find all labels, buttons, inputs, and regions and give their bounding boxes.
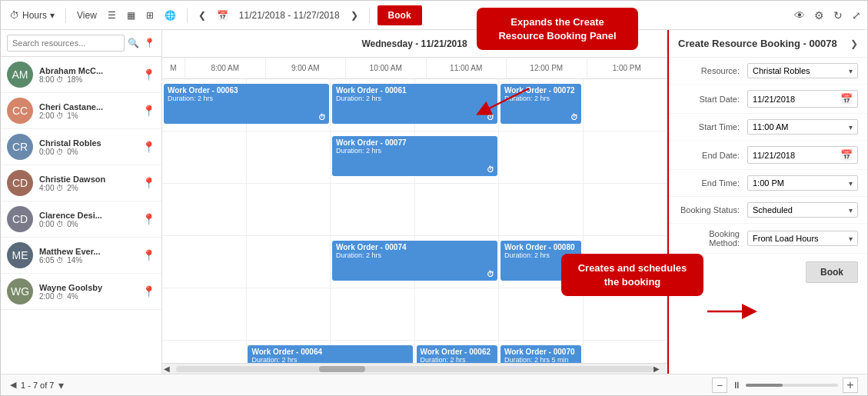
start-date-input[interactable]: 11/21/2018 📅 bbox=[747, 90, 858, 108]
calendar-cell[interactable] bbox=[247, 236, 331, 288]
settings-icon[interactable]: ⚙ bbox=[814, 9, 824, 22]
time-slot-header: 10:00 AM bbox=[346, 58, 427, 78]
resource-pin-icon[interactable]: 📍 bbox=[142, 105, 155, 117]
horizontal-scrollbar[interactable]: ◀ ▶ bbox=[162, 363, 667, 374]
list-item[interactable]: ME Matthew Ever... 6:05 ⏱ 14% 📍 bbox=[1, 238, 161, 274]
resource-time: 2:00 ⏱ bbox=[39, 111, 64, 120]
end-date-input[interactable]: 11/21/2018 📅 bbox=[747, 146, 858, 164]
resource-pct: 0% bbox=[67, 220, 78, 228]
work-order-block[interactable]: Work Order - 00062 Duration: 2 hrs ⏱ bbox=[417, 345, 497, 363]
list-item[interactable]: CD Christie Dawson 4:00 ⏱ 2% 📍 bbox=[1, 165, 161, 201]
expand-icon[interactable]: ⤢ bbox=[852, 9, 861, 22]
nav-calendar-btn[interactable]: 📅 bbox=[214, 8, 231, 22]
work-order-block[interactable]: Work Order - 00063 Duration: 2 hrs ⏱ bbox=[164, 84, 329, 124]
calendar-cell[interactable] bbox=[415, 184, 500, 235]
calendar-cell[interactable] bbox=[584, 288, 668, 340]
scroll-thumb[interactable] bbox=[319, 366, 365, 372]
resource-pin-icon[interactable]: 📍 bbox=[142, 285, 155, 298]
end-time-select[interactable]: 1:00 PM ▾ bbox=[747, 175, 858, 191]
calendar-cell[interactable] bbox=[415, 288, 500, 340]
list-item[interactable]: AM Abraham McC... 8:00 ⏱ 18% 📍 bbox=[1, 57, 161, 93]
zoom-out-btn[interactable]: − bbox=[712, 378, 727, 393]
calendar-cell[interactable] bbox=[162, 341, 247, 363]
list-item[interactable]: CR Christal Robles 0:00 ⏱ 0% 📍 bbox=[1, 129, 161, 165]
page-next-arrow[interactable]: ▾ bbox=[58, 379, 64, 391]
calendar-cell[interactable] bbox=[499, 184, 584, 235]
pause-icon[interactable]: ⏸ bbox=[732, 380, 741, 391]
booking-method-row: Booking Method: Front Load Hours ▾ bbox=[669, 224, 867, 254]
resource-meta: 4:00 ⏱ 2% bbox=[39, 184, 136, 192]
calendar-cell[interactable] bbox=[162, 236, 247, 288]
calendar-cell[interactable] bbox=[499, 288, 584, 340]
calendar-cell[interactable] bbox=[162, 184, 247, 235]
calendar-cell[interactable] bbox=[499, 131, 584, 183]
resource-pin-icon[interactable]: 📍 bbox=[142, 68, 155, 81]
time-headers: M8:00 AM9:00 AM10:00 AM11:00 AM12:00 PM1… bbox=[162, 58, 667, 79]
booking-method-select[interactable]: Front Load Hours ▾ bbox=[747, 231, 858, 246]
nav-prev-btn[interactable]: ❮ bbox=[195, 8, 209, 22]
work-order-block[interactable]: Work Order - 00080 Duration: 2 hrs ⏱ bbox=[501, 241, 581, 281]
panel-expand-chevron[interactable]: ❯ bbox=[850, 38, 858, 49]
resource-pin-icon[interactable]: 📍 bbox=[142, 249, 155, 261]
calendar-row bbox=[162, 184, 667, 236]
search-icon[interactable]: 🔍 bbox=[128, 38, 139, 48]
nav-next-btn[interactable]: ❯ bbox=[348, 8, 361, 22]
zoom-in-btn[interactable]: + bbox=[843, 378, 858, 393]
work-order-clock-icon: ⏱ bbox=[570, 113, 578, 121]
work-order-block[interactable]: Work Order - 00077 Duration: 2 hrs ⏱ bbox=[332, 136, 497, 176]
view-grid-btn[interactable]: ⊞ bbox=[143, 8, 157, 22]
scroll-right-btn[interactable]: ▶ bbox=[653, 364, 666, 373]
start-time-select[interactable]: 11:00 AM ▾ bbox=[747, 119, 858, 135]
panel-book-button[interactable]: Book bbox=[806, 261, 858, 283]
list-item[interactable]: WG Wayne Goolsby 2:00 ⏱ 4% 📍 bbox=[1, 274, 161, 310]
work-order-clock-icon: ⏱ bbox=[318, 113, 326, 121]
refresh-icon[interactable]: ↻ bbox=[833, 9, 843, 22]
booking-status-select[interactable]: Scheduled ▾ bbox=[747, 202, 858, 218]
calendar-cell[interactable] bbox=[584, 341, 668, 363]
calendar-cell[interactable] bbox=[584, 79, 668, 131]
work-order-title: Work Order - 00062 bbox=[421, 348, 494, 356]
resource-select[interactable]: Christal Robles ▾ bbox=[747, 63, 858, 78]
resource-name: Christal Robles bbox=[39, 138, 136, 148]
resource-meta: 0:00 ⏱ 0% bbox=[39, 220, 136, 228]
calendar-cell[interactable] bbox=[331, 288, 415, 340]
calendar-cell[interactable] bbox=[247, 184, 331, 235]
scroll-left-btn[interactable]: ◀ bbox=[164, 364, 176, 373]
calendar-cell[interactable] bbox=[247, 131, 331, 183]
calendar-cell[interactable] bbox=[247, 288, 331, 340]
booking-status-dropdown-arrow: ▾ bbox=[849, 206, 853, 215]
start-time-control: 11:00 AM ▾ bbox=[747, 119, 858, 135]
view-bar-btn[interactable]: ▦ bbox=[124, 8, 138, 22]
eye-icon[interactable]: 👁 bbox=[794, 9, 805, 22]
hours-dropdown[interactable]: ⏱ Hours ▾ bbox=[7, 8, 58, 22]
book-button[interactable]: Book bbox=[377, 5, 422, 25]
booking-status-value: Scheduled bbox=[753, 205, 793, 215]
pin-icon[interactable]: 📍 bbox=[144, 38, 155, 48]
list-item[interactable]: CD Clarence Desi... 0:00 ⏱ 0% 📍 bbox=[1, 201, 161, 238]
view-globe-btn[interactable]: 🌐 bbox=[161, 8, 179, 22]
resource-info: Christal Robles 0:00 ⏱ 0% bbox=[39, 138, 136, 156]
work-order-block[interactable]: Work Order - 00074 Duration: 2 hrs ⏱ bbox=[332, 241, 497, 281]
work-order-title: Work Order - 00074 bbox=[336, 243, 494, 251]
work-order-block[interactable]: Work Order - 00072 Duration: 2 hrs ⏱ bbox=[501, 84, 581, 124]
calendar-cell[interactable] bbox=[331, 184, 415, 235]
calendar-cell[interactable] bbox=[584, 236, 668, 288]
view-list-btn[interactable]: ☰ bbox=[105, 8, 119, 22]
calendar-cell[interactable] bbox=[162, 288, 247, 340]
resource-pin-icon[interactable]: 📍 bbox=[142, 213, 155, 225]
zoom-slider[interactable] bbox=[746, 384, 838, 387]
chevron-right-icon: ❯ bbox=[351, 10, 358, 21]
calendar-row: Work Order - 00077 Duration: 2 hrs ⏱ bbox=[162, 131, 667, 184]
work-order-block[interactable]: Work Order - 00070 Duration: 2 hrs 5 min… bbox=[501, 345, 581, 363]
calendar-cell[interactable] bbox=[584, 184, 668, 235]
calendar-cell[interactable] bbox=[584, 131, 668, 183]
calendar-cell[interactable] bbox=[162, 131, 247, 183]
resource-pin-icon[interactable]: 📍 bbox=[142, 177, 155, 189]
work-order-block[interactable]: Work Order - 00061 Duration: 2 hrs ⏱ bbox=[332, 84, 497, 124]
list-item[interactable]: CC Cheri Castane... 2:00 ⏱ 1% 📍 bbox=[1, 93, 161, 129]
booking-method-value: Front Load Hours bbox=[753, 234, 819, 243]
work-order-block[interactable]: Work Order - 00064 Duration: 2 hrs ⏱ bbox=[248, 345, 413, 363]
search-input[interactable] bbox=[7, 35, 125, 52]
resource-pin-icon[interactable]: 📍 bbox=[142, 141, 155, 153]
page-prev-arrow[interactable]: ◀ bbox=[10, 380, 16, 390]
